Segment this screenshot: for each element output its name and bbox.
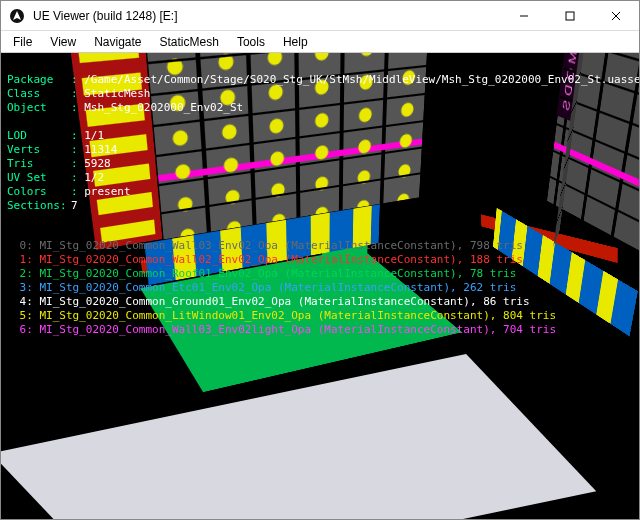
label-sections: Sections: xyxy=(7,199,71,213)
value-class: StaticMesh xyxy=(84,87,150,100)
minimize-button[interactable] xyxy=(501,1,547,30)
value-tris: 5928 xyxy=(84,157,111,170)
section-row: 5: MI_Stg_02020_Common_LitWindow01_Env02… xyxy=(13,309,556,323)
label-verts: Verts xyxy=(7,143,71,157)
value-package: /Game/Asset/Common/Stage/S020_Stg_UK/StM… xyxy=(84,73,639,86)
label-tris: Tris xyxy=(7,157,71,171)
window-title: UE Viewer (build 1248) [E:] xyxy=(33,9,501,23)
window-buttons xyxy=(501,1,639,30)
sections-list: 0: MI_Stg_02020_Common_Wall03_Env02_Opa … xyxy=(13,239,556,337)
label-package: Package xyxy=(7,73,71,87)
menu-staticmesh[interactable]: StaticMesh xyxy=(152,33,227,51)
ground-plane xyxy=(1,354,596,519)
menu-navigate[interactable]: Navigate xyxy=(86,33,149,51)
label-lod: LOD xyxy=(7,129,71,143)
section-row: 0: MI_Stg_02020_Common_Wall03_Env02_Opa … xyxy=(13,239,556,253)
label-class: Class xyxy=(7,87,71,101)
value-verts: 11314 xyxy=(84,143,117,156)
value-uvset: 1/2 xyxy=(84,171,104,184)
close-button[interactable] xyxy=(593,1,639,30)
label-uvset: UV Set xyxy=(7,171,71,185)
viewport-3d[interactable]: HAMMODS Package: /Game/Asset/Common/Stag… xyxy=(1,53,639,519)
value-sections: 7 xyxy=(71,199,78,212)
section-row: 1: MI_Stg_02020_Common_Wall02_Env02_Opa … xyxy=(13,253,556,267)
value-colors: present xyxy=(84,185,130,198)
menu-tools[interactable]: Tools xyxy=(229,33,273,51)
value-lod: 1/1 xyxy=(84,129,104,142)
info-overlay: Package: /Game/Asset/Common/Stage/S020_S… xyxy=(7,59,639,213)
titlebar[interactable]: UE Viewer (build 1248) [E:] xyxy=(1,1,639,31)
label-object: Object xyxy=(7,101,71,115)
app-window: UE Viewer (build 1248) [E:] File View Na… xyxy=(0,0,640,520)
section-row: 2: MI_Stg_02020_Common_Roof01_Env02_Opa … xyxy=(13,267,556,281)
menu-view[interactable]: View xyxy=(42,33,84,51)
svg-rect-2 xyxy=(566,12,574,20)
maximize-button[interactable] xyxy=(547,1,593,30)
menu-file[interactable]: File xyxy=(5,33,40,51)
value-object: Msh_Stg_0202000_Env02_St xyxy=(84,101,243,114)
menubar: File View Navigate StaticMesh Tools Help xyxy=(1,31,639,53)
app-icon xyxy=(9,8,25,24)
section-row: 3: MI_Stg_02020_Common_Etc01_Env02_Opa (… xyxy=(13,281,556,295)
section-row: 6: MI_Stg_02020_Common_Wall03_Env02light… xyxy=(13,323,556,337)
menu-help[interactable]: Help xyxy=(275,33,316,51)
section-row: 4: MI_Stg_02020_Common_Ground01_Env02_Op… xyxy=(13,295,556,309)
label-colors: Colors xyxy=(7,185,71,199)
